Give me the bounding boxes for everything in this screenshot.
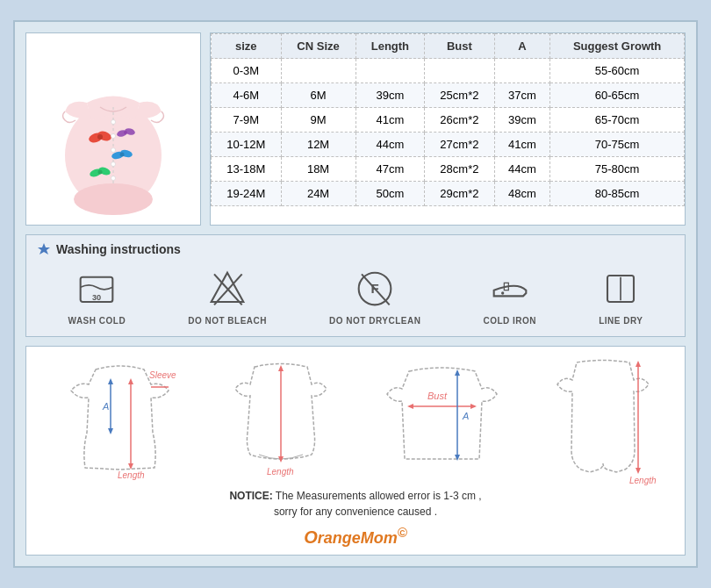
table-cell: 39cm <box>494 108 550 133</box>
table-cell: 75-80cm <box>550 157 685 182</box>
svg-marker-57 <box>636 468 641 474</box>
svg-text:A: A <box>102 401 109 412</box>
col-header-bust: Bust <box>425 34 495 59</box>
table-cell: 47cm <box>356 157 425 182</box>
table-cell: 37cm <box>494 83 550 108</box>
table-cell <box>281 59 356 83</box>
table-row: 0-3M55-60cm <box>212 59 685 83</box>
table-cell: 48cm <box>494 182 550 206</box>
washing-icons-row: 30 WASH COLD DO NOT BLEACH F <box>37 267 674 326</box>
brand-name: OrangeMom© <box>304 529 407 547</box>
col-header-length: Length <box>356 34 425 59</box>
main-container: size CN Size Length Bust A Suggest Growt… <box>13 20 698 568</box>
brand-footer: OrangeMom© <box>33 525 678 548</box>
svg-text:Length: Length <box>118 470 145 480</box>
table-cell: 44cm <box>494 157 550 182</box>
brand-symbol: © <box>398 525 407 540</box>
cold-iron-item: COLD IRON <box>483 267 536 326</box>
svg-point-16 <box>111 134 116 139</box>
diagram-sleeper: Length <box>550 354 656 481</box>
table-cell: 7-9M <box>212 108 282 133</box>
diagram-onesie: Length <box>228 354 334 481</box>
line-dry-label: LINE DRY <box>599 316 643 326</box>
table-row: 10-12M12M44cm27cm*241cm70-75cm <box>212 133 685 157</box>
table-cell: 60-65cm <box>550 83 685 108</box>
table-row: 19-24M24M50cm29cm*248cm80-85cm <box>212 182 685 206</box>
measurements-section: Sleeve A Length <box>25 346 686 556</box>
table-cell <box>356 59 425 83</box>
washing-section: Washing instructions 30 WASH COLD DO N <box>25 234 686 337</box>
wash-cold-item: 30 WASH COLD <box>68 267 126 326</box>
svg-point-11 <box>98 170 103 175</box>
size-table-container: size CN Size Length Bust A Suggest Growt… <box>210 32 686 226</box>
table-cell: 41cm <box>494 133 550 157</box>
table-cell: 26cm*2 <box>425 108 495 133</box>
col-header-cn-size: CN Size <box>281 34 356 59</box>
svg-point-8 <box>120 153 125 157</box>
svg-point-19 <box>111 176 116 181</box>
diagrams-row: Sleeve A Length <box>33 354 678 481</box>
no-bleach-item: DO NOT BLEACH <box>188 267 267 326</box>
size-table: size CN Size Length Bust A Suggest Growt… <box>211 33 685 206</box>
svg-marker-48 <box>407 404 413 409</box>
table-cell: 0-3M <box>212 59 282 83</box>
svg-marker-44 <box>278 365 284 371</box>
col-header-a: A <box>494 34 550 59</box>
no-dryclean-item: F DO NOT DRYCLEAN <box>329 267 420 326</box>
wash-cold-icon: 30 <box>75 267 118 311</box>
table-cell: 6M <box>281 83 356 108</box>
diagram-full-body: Sleeve A Length <box>56 354 183 481</box>
svg-point-17 <box>111 148 116 153</box>
line-dry-icon <box>599 267 643 311</box>
product-image <box>25 32 201 226</box>
svg-line-28 <box>362 274 390 305</box>
star-icon <box>37 242 51 256</box>
cold-iron-icon <box>488 267 532 311</box>
no-dryclean-label: DO NOT DRYCLEAN <box>329 316 420 326</box>
svg-text:Bust: Bust <box>427 391 448 401</box>
table-cell <box>494 59 550 83</box>
notice-body2: sorry for any convenience caused . <box>274 506 437 518</box>
table-cell: 27cm*2 <box>425 133 495 157</box>
table-row: 4-6M6M39cm25cm*237cm60-65cm <box>212 83 685 108</box>
svg-point-14 <box>124 131 127 134</box>
notice-text: NOTICE: The Measurements allowed error i… <box>33 488 678 520</box>
table-cell: 29cm*2 <box>425 182 495 206</box>
table-cell: 4-6M <box>212 83 282 108</box>
table-cell: 41cm <box>356 108 425 133</box>
size-section: size CN Size Length Bust A Suggest Growt… <box>25 32 686 226</box>
col-header-suggest-growth: Suggest Growth <box>550 34 685 59</box>
table-cell: 10-12M <box>212 133 282 157</box>
svg-point-30 <box>501 291 504 294</box>
no-bleach-icon <box>205 267 249 311</box>
svg-point-1 <box>74 183 153 215</box>
svg-text:A: A <box>462 411 469 421</box>
svg-marker-53 <box>455 455 460 461</box>
table-cell: 12M <box>281 133 356 157</box>
svg-marker-36 <box>108 378 113 384</box>
table-cell: 19-24M <box>212 182 282 206</box>
svg-marker-37 <box>108 428 113 434</box>
svg-marker-49 <box>470 404 477 409</box>
table-cell: 18M <box>281 157 356 182</box>
table-row: 13-18M18M47cm28cm*244cm75-80cm <box>212 157 685 182</box>
notice-label: NOTICE: <box>229 490 272 502</box>
svg-marker-40 <box>128 378 133 384</box>
table-cell: 13-18M <box>212 157 282 182</box>
brand-rest: rangeMom <box>318 529 398 547</box>
table-cell: 39cm <box>356 83 425 108</box>
table-cell: 55-60cm <box>550 59 685 83</box>
svg-point-15 <box>111 120 116 125</box>
table-cell: 9M <box>281 108 356 133</box>
table-cell: 70-75cm <box>550 133 685 157</box>
svg-marker-20 <box>38 243 50 255</box>
table-row: 7-9M9M41cm26cm*239cm65-70cm <box>212 108 685 133</box>
svg-text:Sleeve: Sleeve <box>149 370 176 380</box>
line-dry-item: LINE DRY <box>599 267 643 326</box>
table-cell: 50cm <box>356 182 425 206</box>
svg-text:Length: Length <box>629 476 657 485</box>
svg-text:30: 30 <box>92 293 101 302</box>
table-cell: 80-85cm <box>550 182 685 206</box>
cold-iron-label: COLD IRON <box>483 316 536 326</box>
svg-point-18 <box>111 162 116 167</box>
